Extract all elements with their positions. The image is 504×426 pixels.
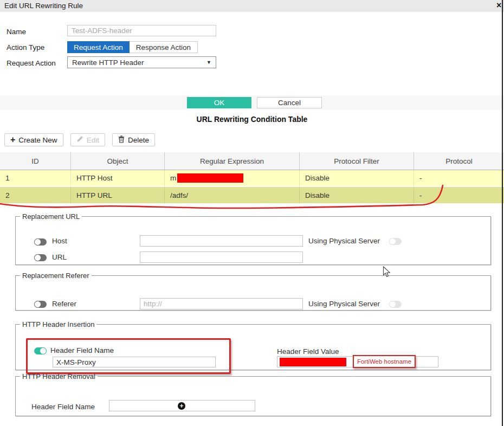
header-field-name-input[interactable] [53,357,216,367]
header-cell-protocol: Protocol [413,152,504,170]
cell-regex: /adfs/ [164,187,299,203]
action-type-label: Action Type [7,43,44,51]
header-cell-protocol-filter: Protocol Filter [299,152,413,170]
table-row[interactable]: 1 HTTP Host m Disable - [0,170,504,187]
cancel-button[interactable]: Cancel [257,97,322,108]
replacement-url-legend: Replacement URL [20,212,82,221]
cell-regex: m [164,170,299,186]
condition-table-title: URL Rewriting Condition Table [0,115,504,124]
removal-field-name-label: Header Field Name [31,403,95,411]
replacement-referer-legend: Replacement Referer [20,272,92,280]
annotation-rect-header-field-name [26,338,231,374]
using-physical-server-label: Using Physical Server [308,237,380,245]
ok-button[interactable]: OK [187,97,251,108]
cell-id: 2 [0,187,70,203]
create-new-label: Create New [18,136,57,144]
cell-protocol: - [413,187,504,203]
header-field-name-label: Header Field Name [50,346,114,354]
close-icon[interactable]: × [496,1,501,10]
cell-object: HTTP URL [70,187,164,203]
physical-server-toggle[interactable] [389,301,402,308]
referer-label: Referer [52,300,76,308]
host-toggle[interactable] [34,238,47,246]
edit-label: Edit [87,136,99,144]
pencil-icon [76,135,83,144]
request-action-select[interactable]: Rewrite HTTP Header ▼ [67,56,216,68]
header-field-value-label: Header Field Value [277,347,339,356]
annotation-box-fortiweb-hostname: FortiWeb hostname [353,355,416,368]
url-label: URL [52,253,67,261]
tab-request-action[interactable]: Request Action [67,41,130,53]
fieldset-replacement-url: Replacement URL Host Using Physical Serv… [15,212,491,265]
trash-icon [118,135,125,145]
cell-protocol-filter: Disable [299,170,413,186]
http-header-insertion-legend: HTTP Header Insertion [20,320,96,328]
create-new-button[interactable]: + Create New [4,133,63,146]
delete-label: Delete [128,136,149,144]
condition-table-header: ID Object Regular Expression Protocol Fi… [0,152,504,170]
name-input[interactable] [67,25,216,36]
header-cell-object: Object [70,152,164,170]
window-titlebar: Edit URL Rewriting Rule × [0,0,504,12]
annotation-text: FortiWeb hostname [357,358,411,365]
condition-table-toolbar: + Create New Edit Delete [4,133,155,146]
table-row[interactable]: 2 HTTP URL /adfs/ Disable - [0,187,504,203]
url-input[interactable] [140,251,303,263]
request-action-selected-value: Rewrite HTTP Header [72,59,144,67]
regex-text: m [170,174,176,182]
fieldset-replacement-referer: Replacement Referer Referer Using Physic… [15,272,491,311]
button-band [0,95,504,110]
add-icon[interactable]: + [178,402,185,410]
window-title: Edit URL Rewriting Rule [4,2,83,10]
url-toggle[interactable] [34,254,47,261]
host-label: Host [52,237,67,245]
physical-server-toggle[interactable] [389,238,402,245]
request-action-label: Request Action [7,59,56,67]
chevron-down-icon: ▼ [206,60,211,65]
delete-button[interactable]: Delete [112,133,155,146]
edit-button[interactable]: Edit [70,133,105,146]
cell-object: HTTP Host [70,170,164,186]
edit-url-rewriting-rule-dialog: Edit URL Rewriting Rule × Name Action Ty… [0,0,504,426]
referer-toggle[interactable] [34,301,47,308]
cell-protocol: - [413,170,504,186]
header-cell-regex: Regular Expression [164,152,299,170]
value-redaction-block [280,358,346,366]
http-header-removal-legend: HTTP Header Removal [20,372,98,380]
using-physical-server-label: Using Physical Server [308,300,380,308]
fieldset-http-header-insertion: HTTP Header Insertion Header Field Name … [15,320,491,370]
cell-protocol-filter: Disable [299,187,413,203]
redaction-block [177,173,243,183]
tab-response-action[interactable]: Response Action [130,41,198,53]
window-right-border [502,0,503,426]
referer-input[interactable] [140,298,303,309]
name-label: Name [7,28,26,36]
plus-icon: + [10,135,15,144]
host-input[interactable] [140,235,303,247]
header-cell-id: ID [0,152,70,170]
fieldset-http-header-removal: HTTP Header Removal Header Field Name + [15,372,491,416]
cell-id: 1 [0,170,70,186]
condition-table: ID Object Regular Expression Protocol Fi… [0,152,504,203]
action-type-segmented: Request Action Response Action [67,41,198,53]
header-insertion-toggle[interactable] [34,347,47,354]
